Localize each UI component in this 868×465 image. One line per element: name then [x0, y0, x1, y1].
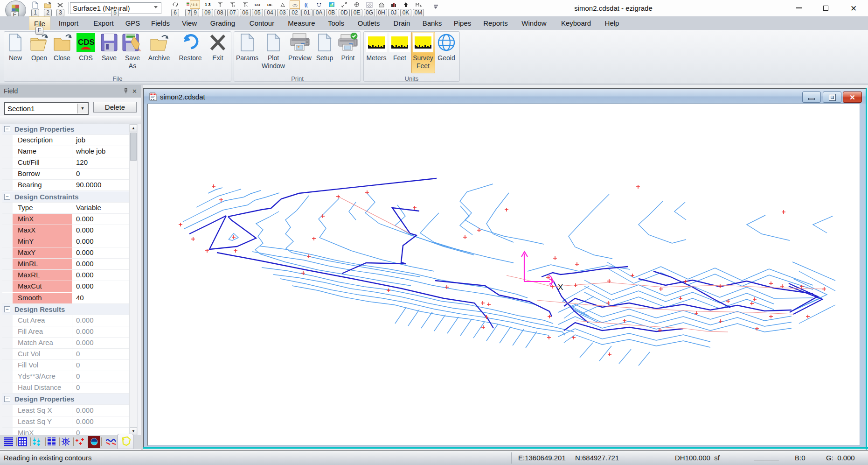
svg-text:1 3: 1 3	[205, 2, 211, 7]
svg-text:CDS: CDS	[78, 38, 95, 47]
svg-text:CO: CO	[255, 3, 260, 7]
svg-text:DE: DE	[267, 3, 273, 7]
svg-text:X: X	[558, 283, 563, 292]
svg-text:((: ((	[305, 2, 308, 7]
